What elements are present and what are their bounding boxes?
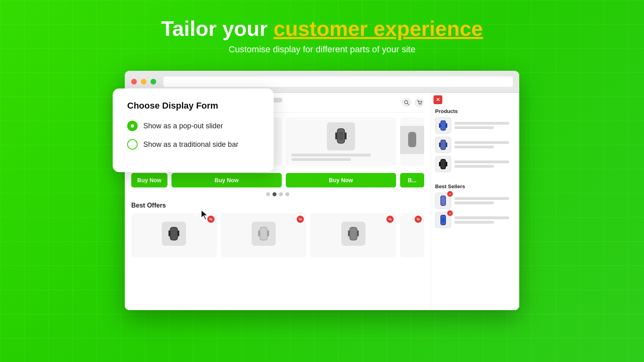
sidebar-best-sellers-title: Best Sellers [435,183,515,189]
buy-btn-item: Buy Now [171,171,282,187]
svg-point-0 [405,101,408,104]
svg-rect-34 [446,123,447,128]
pagination-dot[interactable] [266,192,270,196]
product-image [400,126,424,154]
sidebar-desc-line [454,122,509,125]
radio-option-popup[interactable]: Show as a pop-out slider [127,121,259,131]
buy-now-button[interactable]: Buy Now [171,173,282,187]
svg-rect-42 [446,162,447,167]
svg-rect-37 [439,142,440,147]
sidebar-desc-line [454,221,494,224]
buy-now-button[interactable]: B... [400,173,424,187]
traffic-light-green[interactable] [151,79,156,84]
pagination-dot[interactable] [285,192,289,196]
buy-now-button[interactable]: Buy Now [286,173,396,187]
search-icon[interactable] [402,98,411,107]
sidebar-product-item [435,137,515,153]
sidebar-products-title: Products [435,108,515,114]
radio-label-popup: Show as a pop-out slider [143,122,223,130]
svg-rect-22 [178,230,179,237]
svg-rect-18 [408,132,416,147]
nav-icons [402,98,424,107]
store-sidebar: ✕ Products [431,93,519,310]
sidebar-best-seller-item: × [435,212,515,228]
svg-rect-25 [258,230,260,237]
sidebar-desc-line [454,126,494,129]
svg-rect-30 [357,230,359,237]
radio-circle-unselected[interactable] [127,139,138,150]
product-card [400,117,424,166]
title-plain: Tailor your [161,17,273,40]
discount-badge: % [297,216,304,223]
buy-buttons-row: Buy Now Buy Now Buy Now B... [131,171,424,187]
product-card [286,117,396,166]
svg-rect-29 [348,230,349,237]
sidebar-product-item [435,117,515,134]
traffic-light-yellow[interactable] [141,79,147,84]
radio-label-sidebar: Show as a traditional side bar [143,140,238,149]
sidebar-product-desc [454,160,515,168]
svg-rect-32 [441,121,445,130]
svg-point-47 [442,218,445,223]
svg-rect-16 [345,132,347,140]
display-form-card: Choose Display Form Show as a pop-out sl… [113,88,274,172]
svg-rect-38 [446,142,447,147]
sidebar-best-seller-image: × [435,212,451,228]
main-title: Tailor your customer experience [161,16,483,41]
sidebar-desc-line [454,216,509,219]
buy-btn-item: Buy Now [131,171,167,187]
offer-image [341,222,365,246]
buy-btn-item: Buy Now [286,171,396,187]
sidebar-desc-line [454,197,509,200]
discount-badge: % [386,216,394,223]
svg-rect-33 [439,123,440,128]
svg-rect-17 [339,132,343,140]
address-bar[interactable] [163,76,513,87]
card-title: Choose Display Form [127,101,259,111]
traffic-light-red[interactable] [131,79,137,84]
svg-rect-26 [268,230,269,237]
sidebar-desc-line [454,141,509,144]
svg-rect-40 [441,160,445,169]
sidebar-desc-line [454,165,494,168]
product-desc [290,154,392,161]
pagination-dot-active[interactable] [272,192,277,196]
header-section: Tailor your customer experience Customis… [161,0,483,55]
offer-card: % [400,213,424,257]
buy-btn-item: B... [400,171,424,187]
sidebar-desc-line [454,146,494,148]
radio-circle-selected[interactable] [127,121,138,131]
sidebar-product-desc [454,122,515,129]
svg-rect-21 [169,230,170,237]
cart-icon[interactable] [415,98,424,107]
svg-point-3 [421,104,421,105]
sidebar-best-seller-desc [454,216,515,224]
sidebar-best-seller-item: × [435,193,515,209]
sidebar-product-item [435,156,515,172]
sidebar-product-image [435,117,451,134]
subtitle: Customise display for different parts of… [161,44,483,55]
sidebar-best-seller-image: × [435,193,451,209]
sidebar-product-desc [454,141,515,148]
offer-card: % [310,213,396,257]
svg-rect-41 [439,162,440,167]
svg-rect-44 [441,196,445,205]
title-highlight: customer experience [274,17,483,40]
svg-rect-28 [350,228,357,240]
svg-rect-15 [335,132,337,140]
buy-now-button[interactable]: Buy Now [131,173,167,187]
sidebar-desc-line [454,160,509,163]
sidebar-close-button[interactable]: ✕ [433,95,442,104]
sidebar-best-seller-desc [454,197,515,204]
page-wrapper: Tailor your customer experience Customis… [0,0,644,362]
discount-badge: % [415,216,422,223]
offer-card: % [221,213,307,257]
pagination-dot[interactable] [279,192,283,196]
svg-point-2 [419,104,420,105]
radio-option-sidebar[interactable]: Show as a traditional side bar [127,139,259,150]
sidebar-desc-line [454,202,494,204]
sidebar-product-image [435,156,451,172]
sidebar-product-image [435,137,451,153]
svg-rect-36 [441,140,445,149]
offer-image [252,222,276,246]
